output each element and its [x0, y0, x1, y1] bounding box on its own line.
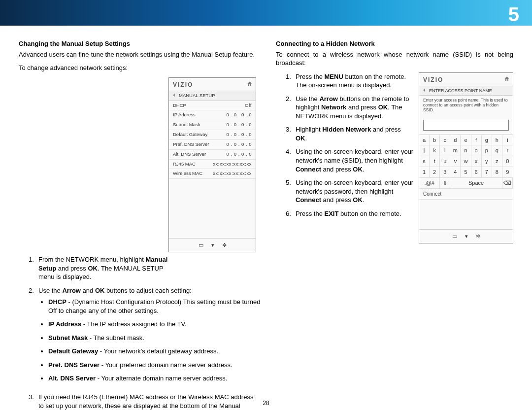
- key[interactable]: d: [450, 135, 461, 146]
- menu-row: RJ45 MACxx:xx:xx:xx:xx:xx: [169, 160, 256, 170]
- tv-menu: VIZIO MANUAL SETUP DHCPOff IP Address0 .…: [168, 77, 256, 252]
- key[interactable]: q: [492, 145, 502, 156]
- r-step-6: 6. Press the EXIT button on the remote.: [286, 209, 414, 218]
- home-icon: [247, 81, 253, 89]
- r-step-5: 5. Using the on-screen keyboard, enter y…: [286, 178, 414, 205]
- ossk-brand: VIZIO: [423, 76, 443, 84]
- key[interactable]: 9: [502, 167, 513, 178]
- menu-row: IP Address0 . 0 . 0 . 0: [169, 110, 256, 120]
- gear-icon: ✲: [222, 241, 227, 249]
- key[interactable]: 2: [430, 167, 440, 178]
- r-step-1: 1. Press the MENU button on the remote. …: [286, 72, 414, 90]
- key[interactable]: u: [440, 156, 450, 167]
- bullet-dhcp: DHCP - (Dynamic Host Configuration Proto…: [48, 298, 265, 315]
- key[interactable]: w: [461, 156, 471, 167]
- key[interactable]: g: [482, 135, 492, 146]
- key[interactable]: l: [440, 145, 450, 156]
- key[interactable]: p: [482, 145, 492, 156]
- manual-setup-menu-figure: VIZIO MANUAL SETUP DHCPOff IP Address0 .…: [168, 77, 256, 252]
- home-icon: [504, 76, 510, 84]
- key[interactable]: 7: [482, 167, 492, 178]
- key[interactable]: n: [461, 145, 471, 156]
- menu-row: Subnet Mask0 . 0 . 0 . 0: [169, 120, 256, 130]
- ssid-textbox[interactable]: [423, 120, 509, 131]
- key[interactable]: 4: [450, 167, 461, 178]
- bullet-ip: IP Address - The IP address assigned to …: [48, 320, 265, 329]
- back-icon: [172, 93, 176, 99]
- key[interactable]: y: [482, 156, 492, 167]
- key-space[interactable]: Space: [450, 178, 502, 189]
- key[interactable]: b: [430, 135, 440, 146]
- connect-button[interactable]: Connect: [419, 189, 513, 200]
- key-backspace[interactable]: ⌫: [502, 178, 513, 189]
- key[interactable]: h: [492, 135, 502, 146]
- key[interactable]: 3: [440, 167, 450, 178]
- wide-icon: ▭: [199, 241, 203, 249]
- key[interactable]: 8: [492, 167, 502, 178]
- menu-row: DHCPOff: [169, 101, 256, 111]
- key[interactable]: t: [430, 156, 440, 167]
- left-intro: Advanced users can fine-tune the network…: [19, 50, 256, 59]
- tv-footer-icons: ▭ ▾ ✲: [169, 238, 256, 252]
- key[interactable]: s: [419, 156, 430, 167]
- key[interactable]: i: [502, 135, 513, 146]
- key[interactable]: 5: [461, 167, 471, 178]
- onscreen-keyboard-figure: VIZIO ENTER ACCESS POINT NAME Enter your…: [419, 72, 513, 243]
- tv-brand: VIZIO: [173, 81, 193, 89]
- bullet-alt-dns: Alt. DNS Server - Your alternate domain …: [48, 374, 265, 383]
- menu-row: Alt. DNS Server0 . 0 . 0 . 0: [169, 150, 256, 160]
- r-step-3: 3. Highlight Hidden Network and press OK…: [286, 125, 414, 142]
- key[interactable]: v: [450, 156, 461, 167]
- left-lead: To change advanced network settings:: [19, 64, 256, 72]
- step-1: 1. From the NETWORK menu, highlight Manu…: [29, 255, 171, 281]
- keyboard: abcdefghi jklmnopqr stuvwxyz0 123456789 …: [419, 135, 513, 189]
- down-v-icon: ▾: [465, 233, 468, 240]
- key-symbols[interactable]: .@#: [419, 178, 440, 189]
- left-column: Changing the Manual Setup Settings Advan…: [19, 39, 256, 396]
- r-step-4: 4. Using the on-screen keyboard, enter y…: [286, 147, 414, 173]
- r-step-2: 2. Use the Arrow buttons on the remote t…: [286, 95, 414, 121]
- right-column: Connecting to a Hidden Network To connec…: [276, 39, 513, 396]
- tv-crumb: MANUAL SETUP: [179, 93, 215, 99]
- gear-icon: ✲: [476, 233, 480, 240]
- key[interactable]: j: [419, 145, 430, 156]
- back-icon: [422, 88, 426, 94]
- wide-icon: ▭: [452, 233, 457, 240]
- ossk-hint: Enter your access point name. This is us…: [419, 96, 513, 117]
- bullet-subnet: Subnet Mask - The subnet mask.: [48, 334, 265, 342]
- key[interactable]: 6: [471, 167, 482, 178]
- key[interactable]: 0: [502, 156, 513, 167]
- chapter-number: 5: [508, 1, 519, 28]
- left-heading: Changing the Manual Setup Settings: [19, 39, 256, 48]
- bullet-gateway: Default Gateway - Your network's default…: [48, 347, 265, 356]
- header-band: [0, 0, 532, 26]
- key[interactable]: 1: [419, 167, 430, 178]
- ossk-crumb: ENTER ACCESS POINT NAME: [429, 88, 492, 94]
- key[interactable]: z: [492, 156, 502, 167]
- key[interactable]: k: [430, 145, 440, 156]
- menu-row: Wireless MACxx:xx:xx:xx:xx:xx: [169, 169, 256, 179]
- key[interactable]: x: [471, 156, 482, 167]
- key[interactable]: o: [471, 145, 482, 156]
- key[interactable]: f: [471, 135, 482, 146]
- step-2: 2. Use the Arrow and OK buttons to adjus…: [29, 286, 171, 388]
- content-columns: Changing the Manual Setup Settings Advan…: [19, 39, 513, 396]
- key-shift[interactable]: ⇧: [440, 178, 450, 189]
- page-number: 28: [0, 399, 532, 407]
- right-intro: To connect to a wireless network whose n…: [276, 50, 513, 68]
- ossk-footer-icons: ▭ ▾ ✲: [419, 229, 513, 243]
- down-v-icon: ▾: [211, 241, 214, 249]
- bullet-pref-dns: Pref. DNS Server - Your preferred domain…: [48, 361, 265, 370]
- key[interactable]: a: [419, 135, 430, 146]
- key[interactable]: e: [461, 135, 471, 146]
- ossk: VIZIO ENTER ACCESS POINT NAME Enter your…: [419, 72, 513, 243]
- right-heading: Connecting to a Hidden Network: [276, 39, 513, 48]
- key[interactable]: c: [440, 135, 450, 146]
- menu-row: Pref. DNS Server0 . 0 . 0 . 0: [169, 140, 256, 150]
- key[interactable]: m: [450, 145, 461, 156]
- key[interactable]: r: [502, 145, 513, 156]
- menu-row: Default Gateway0 . 0 . 0 . 0: [169, 130, 256, 140]
